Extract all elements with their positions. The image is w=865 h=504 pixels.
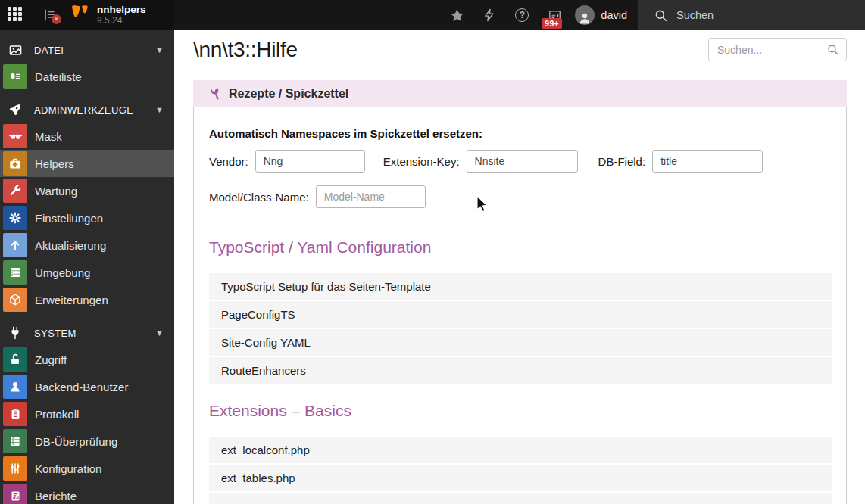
module-sidebar: DATEI ▼ Dateiliste ADMINWERKZEUGE ▼ Mask… <box>0 30 174 504</box>
sliders-icon <box>3 456 27 481</box>
extension-key-input[interactable] <box>467 150 578 173</box>
search-icon <box>654 8 668 23</box>
page-title: \nn\t3::Hilfe <box>193 38 298 62</box>
image-icon <box>3 43 27 58</box>
form-heading: Automatisch Namespaces im Spickzettel er… <box>209 127 832 140</box>
section-label: ADMINWERKZEUGE <box>34 104 133 116</box>
sidebar-item-erweiterungen[interactable]: Erweiterungen <box>0 286 174 313</box>
recipe-item-partial[interactable] <box>209 493 832 504</box>
recipe-item[interactable]: TypoScript Setup für das Seiten-Template <box>209 273 832 300</box>
vendor-input[interactable] <box>255 150 365 173</box>
topbar: × nnhelpers 9.5.24 ? 99+ <box>0 0 865 30</box>
cube-icon <box>3 288 27 312</box>
user-icon <box>3 375 27 399</box>
db-field-input[interactable] <box>652 150 763 173</box>
module-version: 9.5.24 <box>97 16 146 26</box>
db-field-label: DB-Field: <box>598 155 646 168</box>
topbar-left: × nnhelpers 9.5.24 <box>0 0 174 30</box>
sidebar-item-aktualisierung[interactable]: Aktualisierung <box>0 232 174 259</box>
module-title: nnhelpers 9.5.24 <box>97 4 146 26</box>
sidebar-item-backend-benutzer[interactable]: Backend-Benutzer <box>0 373 174 400</box>
sidebar-item-helpers[interactable]: Helpers <box>0 150 174 177</box>
global-search-label: Suchen <box>676 9 714 21</box>
extension-key-label: Extension-Key: <box>383 155 460 168</box>
section-label: DATEI <box>34 45 64 56</box>
section-label: SYSTEM <box>34 328 77 339</box>
global-search[interactable]: Suchen <box>638 0 865 30</box>
sidebar-item-umgebung[interactable]: Umgebung <box>0 259 174 286</box>
module-name: nnhelpers <box>97 4 146 16</box>
search-icon[interactable] <box>826 43 839 56</box>
clipboard-icon <box>3 402 27 426</box>
doc-search-box <box>708 38 847 61</box>
recipe-item[interactable]: Site-Config YAML <box>209 329 832 356</box>
namespace-form-row-2: Model/Class-Name: <box>209 185 832 208</box>
recipes-panel: Automatisch Namespaces im Spickzettel er… <box>193 107 847 504</box>
sidebar-section-datei[interactable]: DATEI ▼ <box>0 37 174 63</box>
model-class-input[interactable] <box>316 185 426 208</box>
namespace-form-row-1: Vendor: Extension-Key: DB-Field: <box>209 150 832 173</box>
sidebar-section-system[interactable]: SYSTEM ▼ <box>0 320 174 346</box>
content-area: \nn\t3::Hilfe Rezepte / Spickzettel Auto… <box>174 30 865 504</box>
sidebar-item-konfiguration[interactable]: Konfiguration <box>0 455 174 482</box>
up-arrow-icon <box>3 233 27 257</box>
bookmark-star-icon[interactable] <box>448 7 465 23</box>
plug-icon <box>3 326 27 340</box>
database-icon <box>3 429 27 453</box>
vendor-label: Vendor: <box>209 155 248 168</box>
open-lock-icon <box>3 347 27 372</box>
filelist-icon <box>3 64 27 89</box>
topbar-icons: ? 99+ <box>448 7 575 23</box>
sidebar-section-adminwerkzeuge[interactable]: ADMINWERKZEUGE ▼ <box>0 97 174 123</box>
firstaid-icon <box>3 151 27 176</box>
sidebar-item-berichte[interactable]: Berichte <box>0 482 174 504</box>
doc-state-icon[interactable]: × <box>42 8 58 23</box>
flush-cache-bolt-icon[interactable] <box>481 7 498 23</box>
chevron-down-icon: ▼ <box>155 105 164 114</box>
section-heading-typoscript: TypoScript / Yaml Configuration <box>209 238 832 257</box>
recipe-item[interactable]: ext_tables.php <box>209 465 832 491</box>
modules-grid-icon[interactable] <box>8 7 24 23</box>
sidebar-item-einstellungen[interactable]: Einstellungen <box>0 204 174 232</box>
banner-label: Rezepte / Spickzettel <box>229 87 348 101</box>
mask-icon <box>3 124 27 148</box>
section-heading-extensions: Extensions – Basics <box>209 402 832 420</box>
sidebar-item-wartung[interactable]: Wartung <box>0 177 174 204</box>
typo3-logo[interactable] <box>70 4 90 26</box>
wrench-icon <box>3 179 27 203</box>
recipe-list-extensions: ext_localconf.php ext_tables.php <box>209 437 832 504</box>
chevron-down-icon: ▼ <box>155 45 164 54</box>
chevron-down-icon: ▼ <box>155 328 164 338</box>
recipes-banner[interactable]: Rezepte / Spickzettel <box>193 80 847 107</box>
recipe-item[interactable]: PageConfigTS <box>209 301 832 328</box>
wrench-icon <box>205 86 221 101</box>
avatar <box>575 5 595 25</box>
recipe-item[interactable]: ext_localconf.php <box>209 437 832 463</box>
doc-close-badge: × <box>52 14 61 24</box>
sidebar-item-zugriff[interactable]: Zugriff <box>0 346 174 373</box>
system-information-icon[interactable]: 99+ <box>546 7 563 23</box>
sidebar-item-dateiliste[interactable]: Dateiliste <box>0 63 174 90</box>
notification-badge: 99+ <box>542 18 562 29</box>
sidebar-item-protokoll[interactable]: Protokoll <box>0 400 174 428</box>
server-icon <box>3 260 27 285</box>
report-icon <box>3 484 27 504</box>
username: david <box>601 9 627 21</box>
recipe-item[interactable]: RouteEnhancers <box>209 357 832 384</box>
sidebar-item-db-ueberpruefung[interactable]: DB-Überprüfung <box>0 428 174 455</box>
help-icon[interactable]: ? <box>514 7 530 23</box>
gear-icon <box>3 206 27 230</box>
user-menu[interactable]: david <box>575 5 627 25</box>
model-class-label: Model/Class-Name: <box>209 191 309 204</box>
doc-search-input[interactable] <box>717 44 826 56</box>
sidebar-item-mask[interactable]: Mask <box>0 123 174 150</box>
recipe-list-typoscript: TypoScript Setup für das Seiten-Template… <box>209 273 832 384</box>
rocket-icon <box>3 103 27 117</box>
